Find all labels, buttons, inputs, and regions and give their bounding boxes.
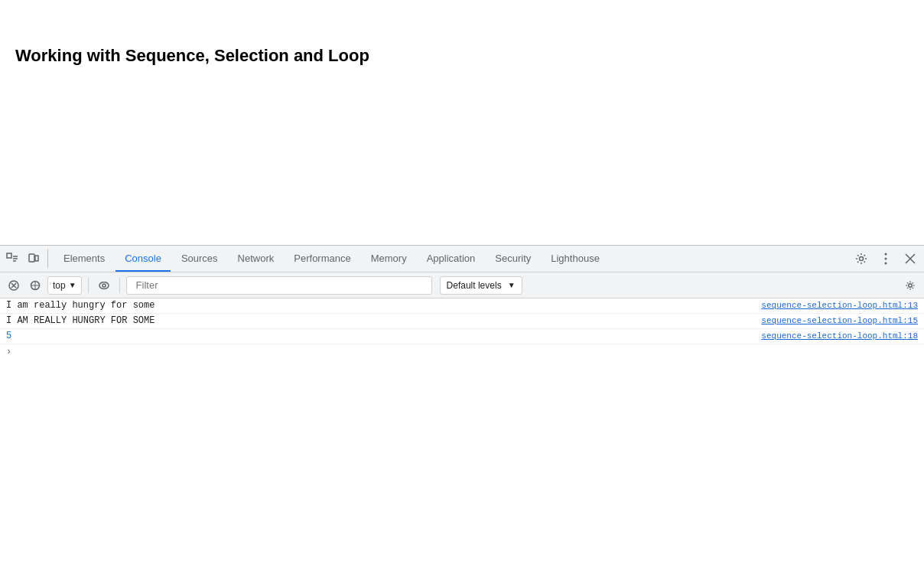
tab-memory[interactable]: Memory: [362, 246, 416, 272]
console-source-1[interactable]: sequence-selection-loop.html:13: [746, 301, 918, 310]
tab-security[interactable]: Security: [486, 246, 540, 272]
console-source-3[interactable]: sequence-selection-loop.html:18: [746, 331, 918, 341]
svg-rect-1: [29, 254, 34, 262]
svg-rect-0: [7, 253, 11, 258]
svg-point-13: [909, 283, 912, 286]
tab-elements[interactable]: Elements: [54, 246, 114, 272]
devtools-toolbar-icons: [3, 249, 48, 268]
console-source-2[interactable]: sequence-selection-loop.html:15: [746, 316, 918, 325]
svg-point-11: [99, 282, 109, 289]
toolbar-separator: [88, 278, 89, 293]
log-level-selector[interactable]: Default levels ▼: [440, 276, 522, 295]
console-settings-icon[interactable]: [901, 276, 919, 295]
console-output: I am really hungry for some sequence-sel…: [0, 298, 924, 574]
filter-container[interactable]: [126, 276, 432, 295]
more-options-button[interactable]: [875, 248, 896, 269]
log-level-arrow: ▼: [508, 281, 516, 289]
close-devtools-button[interactable]: [900, 248, 921, 269]
console-line-2: I AM REALLY HUNGRY FOR SOME sequence-sel…: [0, 314, 924, 329]
console-line-3: 5 sequence-selection-loop.html:18: [0, 329, 924, 344]
tab-application[interactable]: Application: [418, 246, 485, 272]
clear-console-icon[interactable]: [5, 276, 23, 295]
console-prompt: ›: [0, 344, 924, 360]
filter-icon[interactable]: [26, 276, 44, 295]
devtools-tabs: Elements Console Sources Network Perform…: [0, 246, 924, 272]
console-message-2: I AM REALLY HUNGRY FOR SOME: [6, 315, 746, 326]
tab-console[interactable]: Console: [116, 246, 171, 272]
filter-input[interactable]: [132, 278, 427, 292]
inspect-element-icon[interactable]: [3, 249, 21, 268]
tab-network[interactable]: Network: [229, 246, 284, 272]
page-content: Working with Sequence, Selection and Loo…: [0, 0, 924, 81]
svg-point-3: [860, 257, 864, 261]
eye-icon[interactable]: [95, 276, 113, 295]
svg-point-12: [102, 284, 106, 287]
console-line-1: I am really hungry for some sequence-sel…: [0, 298, 924, 314]
prompt-arrow-icon: ›: [6, 347, 11, 357]
console-message-1: I am really hungry for some: [6, 300, 746, 311]
toolbar-separator-2: [119, 278, 120, 293]
console-toolbar: top ▼ Default levels ▼: [0, 272, 924, 298]
tabs-more-group: [851, 248, 921, 269]
tab-performance[interactable]: Performance: [285, 246, 360, 272]
svg-point-5: [885, 258, 887, 260]
tab-sources[interactable]: Sources: [172, 246, 227, 272]
svg-rect-2: [35, 256, 38, 261]
context-selector[interactable]: top ▼: [47, 276, 82, 295]
svg-point-4: [885, 253, 887, 256]
tab-lighthouse[interactable]: Lighthouse: [542, 246, 609, 272]
settings-button[interactable]: [851, 248, 872, 269]
device-toolbar-icon[interactable]: [24, 249, 43, 268]
console-message-3: 5: [6, 331, 746, 341]
devtools-panel: Elements Console Sources Network Perform…: [0, 245, 924, 574]
context-dropdown-arrow: ▼: [69, 281, 76, 289]
page-title: Working with Sequence, Selection and Loo…: [15, 46, 909, 66]
svg-point-6: [885, 263, 887, 265]
